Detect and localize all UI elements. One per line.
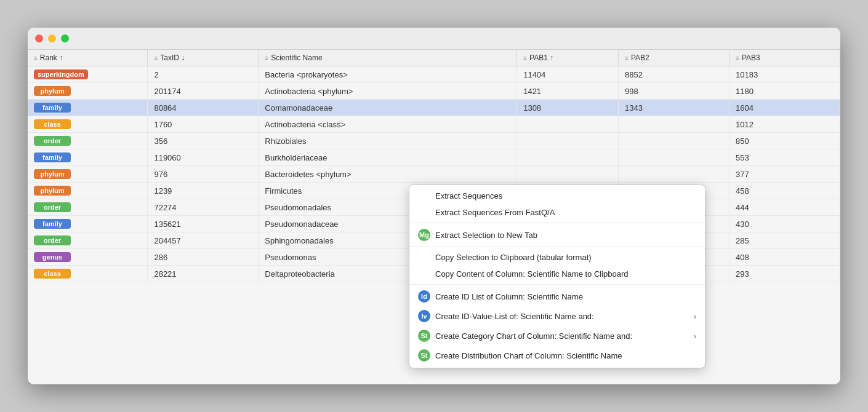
cell-rank: order xyxy=(28,232,148,249)
cell-rank: order xyxy=(28,133,148,149)
table-row[interactable]: family80864Comamonadaceae130813431604 xyxy=(28,100,840,116)
context-menu-divider xyxy=(409,284,705,285)
ctx-label-create-dist-chart: Create Distribution Chart of Column: Sci… xyxy=(435,351,622,360)
cell-pab1 xyxy=(517,149,619,166)
cell-taxid: 356 xyxy=(148,133,259,149)
ctx-submenu-arrow: › xyxy=(694,312,696,321)
rank-badge: family xyxy=(34,219,71,229)
ctx-label-create-id-value-list: Create ID-Value-List of: Scientific Name… xyxy=(435,312,594,321)
ctx-icon-create-id-value-list: Iv xyxy=(418,310,430,322)
cell-sciname: Rhizobiales xyxy=(259,133,517,149)
minimize-button[interactable] xyxy=(48,34,56,42)
cell-pab3: 293 xyxy=(729,266,840,282)
cell-taxid: 28221 xyxy=(148,266,259,282)
context-menu-item-create-id-list[interactable]: IdCreate ID List of Column: Scientific N… xyxy=(409,287,705,306)
cell-pab1: 11404 xyxy=(517,66,619,83)
cell-pab2 xyxy=(619,149,729,166)
table-container: ≡ Rank ↑ ≡ TaxID ↓ ≡ Scientific Na xyxy=(28,50,840,384)
context-menu-divider xyxy=(409,247,705,247)
main-window: ≡ Rank ↑ ≡ TaxID ↓ ≡ Scientific Na xyxy=(28,28,840,384)
cell-pab1 xyxy=(517,166,619,183)
cell-pab3: 10183 xyxy=(729,66,840,83)
rank-badge: class xyxy=(34,119,71,129)
cell-rank: genus xyxy=(28,249,148,266)
rank-badge: family xyxy=(34,103,71,113)
rank-badge: superkingdom xyxy=(34,69,88,79)
cell-sciname: Actinobacteria <class> xyxy=(259,116,517,133)
ctx-label-extract-seq-fastq: Extract Sequences From FastQ/A xyxy=(435,208,555,217)
rank-badge: family xyxy=(34,153,71,162)
ctx-icon-create-dist-chart: St xyxy=(418,349,430,362)
col-header-taxid[interactable]: ≡ TaxID ↓ xyxy=(148,50,259,66)
filter-icon-pab1: ≡ xyxy=(523,55,527,61)
table-row[interactable]: superkingdom2Bacteria <prokaryotes>11404… xyxy=(28,66,840,83)
context-menu-item-extract-selection-tab[interactable]: MgExtract Selection to New Tab xyxy=(409,225,705,245)
close-button[interactable] xyxy=(35,34,43,42)
context-menu-item-copy-selection[interactable]: Copy Selection to Clipboard (tabular for… xyxy=(409,249,705,266)
cell-sciname: Comamonadaceae xyxy=(259,100,517,116)
table-row[interactable]: phylum201174Actinobacteria <phylum>14219… xyxy=(28,83,840,100)
rank-badge: genus xyxy=(34,252,71,262)
context-menu-item-create-id-value-list[interactable]: IvCreate ID-Value-List of: Scientific Na… xyxy=(409,306,705,326)
cell-taxid: 2 xyxy=(148,66,259,83)
col-header-sciname[interactable]: ≡ Scientific Name xyxy=(259,50,517,66)
filter-icon-taxid: ≡ xyxy=(154,55,158,61)
cell-rank: family xyxy=(28,149,148,166)
col-header-pab3[interactable]: ≡ PAB3 xyxy=(729,50,840,66)
filter-icon-sciname: ≡ xyxy=(265,55,268,61)
cell-pab2: 998 xyxy=(619,83,729,100)
cell-sciname: Actinobacteria <phylum> xyxy=(259,83,517,100)
cell-pab3: 285 xyxy=(729,232,840,249)
context-menu: Extract SequencesExtract Sequences From … xyxy=(409,185,705,368)
cell-rank: class xyxy=(28,116,148,133)
table-row[interactable]: phylum976Bacteroidetes <phylum>377 xyxy=(28,166,840,183)
ctx-icon-create-id-list: Id xyxy=(418,290,430,303)
context-menu-item-copy-content-col[interactable]: Copy Content of Column: Scientific Name … xyxy=(409,266,705,282)
cell-taxid: 72274 xyxy=(148,199,259,216)
filter-icon-rank: ≡ xyxy=(34,55,38,61)
context-menu-item-create-category-chart[interactable]: StCreate Category Chart of Column: Scien… xyxy=(409,326,705,346)
cell-taxid: 135621 xyxy=(148,216,259,232)
cell-pab3: 1604 xyxy=(729,100,840,116)
col-label-rank: Rank ↑ xyxy=(40,53,63,62)
titlebar xyxy=(28,28,840,50)
table-row[interactable]: class1760Actinobacteria <class>1012 xyxy=(28,116,840,133)
cell-pab3: 1012 xyxy=(729,116,840,133)
ctx-label-copy-selection: Copy Selection to Clipboard (tabular for… xyxy=(435,253,592,262)
col-label-pab2: PAB2 xyxy=(631,53,649,62)
cell-rank: class xyxy=(28,266,148,282)
maximize-button[interactable] xyxy=(61,34,69,42)
col-label-sciname: Scientific Name xyxy=(271,53,322,62)
cell-rank: phylum xyxy=(28,166,148,183)
cell-sciname: Burkholderiaceae xyxy=(259,149,517,166)
cell-pab2 xyxy=(619,133,729,149)
col-header-pab2[interactable]: ≡ PAB2 xyxy=(619,50,729,66)
cell-rank: phylum xyxy=(28,183,148,199)
cell-taxid: 201174 xyxy=(148,83,259,100)
cell-pab3: 850 xyxy=(729,133,840,149)
cell-pab2: 1343 xyxy=(619,100,729,116)
table-row[interactable]: family119060Burkholderiaceae553 xyxy=(28,149,840,166)
ctx-label-extract-selection-tab: Extract Selection to New Tab xyxy=(435,231,537,240)
context-menu-item-extract-seq-fastq[interactable]: Extract Sequences From FastQ/A xyxy=(409,204,705,221)
context-menu-item-extract-seq[interactable]: Extract Sequences xyxy=(409,188,705,204)
cell-pab3: 1180 xyxy=(729,83,840,100)
ctx-label-extract-seq: Extract Sequences xyxy=(435,191,502,200)
cell-rank: family xyxy=(28,216,148,232)
col-header-rank[interactable]: ≡ Rank ↑ xyxy=(28,50,148,66)
ctx-label-create-id-list: Create ID List of Column: Scientific Nam… xyxy=(435,292,583,301)
cell-rank: superkingdom xyxy=(28,66,148,83)
rank-badge: order xyxy=(34,136,71,146)
ctx-label-copy-content-col: Copy Content of Column: Scientific Name … xyxy=(435,269,629,279)
table-row[interactable]: order356Rhizobiales850 xyxy=(28,133,840,149)
cell-taxid: 976 xyxy=(148,166,259,183)
col-header-pab1[interactable]: ≡ PAB1 ↑ xyxy=(517,50,619,66)
rank-badge: order xyxy=(34,236,71,245)
cell-taxid: 80864 xyxy=(148,100,259,116)
cell-pab3: 377 xyxy=(729,166,840,183)
context-menu-divider xyxy=(409,223,705,223)
cell-pab2 xyxy=(619,116,729,133)
context-menu-item-create-dist-chart[interactable]: StCreate Distribution Chart of Column: S… xyxy=(409,346,705,365)
ctx-submenu-arrow: › xyxy=(694,331,696,341)
cell-pab2: 8852 xyxy=(619,66,729,83)
